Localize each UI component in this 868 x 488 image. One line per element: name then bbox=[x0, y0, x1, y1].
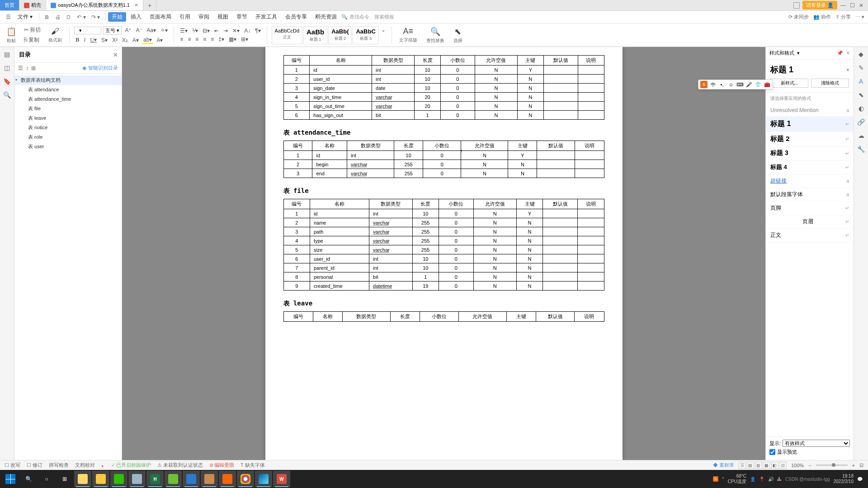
table-cell[interactable]: 255 bbox=[412, 227, 439, 236]
taskbar-app3[interactable] bbox=[201, 471, 218, 487]
table-cell[interactable] bbox=[537, 169, 575, 178]
edit-rail-icon[interactable]: ✎ bbox=[859, 64, 864, 71]
ime-toolbox-icon[interactable]: 🧰 bbox=[764, 81, 771, 88]
table-row[interactable]: 1idint100NY bbox=[283, 151, 604, 160]
tab-daoke[interactable]: 稻壳 bbox=[19, 0, 46, 10]
ime-smile-icon[interactable]: ☺ bbox=[727, 81, 735, 88]
tray-sogou-icon[interactable]: S bbox=[713, 476, 718, 482]
table-cell[interactable]: 3 bbox=[283, 84, 310, 93]
table-cell[interactable] bbox=[575, 160, 604, 169]
table-cell[interactable]: 4 bbox=[283, 236, 310, 245]
undo-icon[interactable]: ↶ ▾ bbox=[75, 13, 88, 21]
line-spacing-button[interactable]: ‡▾ bbox=[217, 36, 226, 43]
table-cell[interactable]: bit bbox=[369, 272, 412, 282]
new-tab-button[interactable]: + bbox=[143, 0, 156, 10]
table-cell[interactable]: sign_out_time bbox=[310, 102, 372, 111]
table-cell[interactable] bbox=[543, 218, 578, 227]
highlight-button[interactable]: ab▾ bbox=[142, 36, 153, 44]
table-cell[interactable]: 10 bbox=[394, 151, 423, 160]
table-row[interactable]: 1idint100NY bbox=[283, 209, 604, 218]
table-cell[interactable] bbox=[575, 151, 604, 160]
outline-collapse-icon[interactable]: ↕ bbox=[26, 65, 28, 71]
align-justify-button[interactable]: ≡ bbox=[202, 36, 208, 43]
table-cell[interactable]: Y bbox=[517, 66, 543, 75]
table-row[interactable]: 3pathvarchar2550NN bbox=[283, 227, 604, 236]
style-heading1[interactable]: AaBb标题 1 bbox=[303, 26, 327, 44]
style-h2[interactable]: 标题 2↵ bbox=[766, 132, 854, 146]
table-cell[interactable] bbox=[575, 169, 604, 178]
strikethrough-button[interactable]: S▾ bbox=[100, 37, 109, 44]
style-heading3[interactable]: AaBbC标题 3 bbox=[353, 26, 378, 44]
style-header[interactable]: 页眉↵ bbox=[766, 215, 854, 229]
tray-notifications-icon[interactable]: 💬 bbox=[857, 477, 863, 482]
collab-button[interactable]: 👥 协作 bbox=[813, 14, 831, 20]
ime-mic-icon[interactable]: 🎤 bbox=[745, 81, 753, 88]
table-cell[interactable]: 5 bbox=[283, 102, 310, 111]
table-cell[interactable]: 2 bbox=[283, 75, 310, 84]
tree-item-user[interactable]: 表 user bbox=[14, 142, 122, 151]
table-row[interactable]: 8personalbit10NN bbox=[283, 272, 604, 282]
table-cell[interactable]: 1 bbox=[283, 209, 310, 218]
table-cell[interactable]: 10 bbox=[412, 254, 439, 263]
styles-more-icon[interactable]: ⌄ bbox=[380, 26, 387, 44]
table-cell[interactable]: int bbox=[369, 209, 412, 218]
table-cell[interactable]: 0 bbox=[439, 218, 473, 227]
table-cell[interactable]: personal bbox=[310, 272, 369, 282]
style-body[interactable]: 正文↵ bbox=[766, 229, 854, 242]
font-color-button[interactable]: A▾ bbox=[131, 37, 140, 44]
table-cell[interactable]: 10 bbox=[412, 263, 439, 272]
table-cell[interactable]: 255 bbox=[412, 245, 439, 254]
fit-width-icon[interactable]: ⊡ bbox=[859, 462, 863, 468]
sogou-icon[interactable]: S bbox=[700, 81, 708, 88]
zoom-in-icon[interactable]: + bbox=[852, 463, 855, 468]
table-cell[interactable]: has_sign_out bbox=[310, 111, 372, 120]
table-cell[interactable] bbox=[537, 160, 575, 169]
table-cell[interactable]: varchar bbox=[347, 169, 394, 178]
status-cert[interactable]: ⚠ 未获取到认证状态 bbox=[157, 462, 203, 469]
tree-item-attendance[interactable]: 表 attendance bbox=[14, 85, 122, 94]
taskbar-image[interactable] bbox=[128, 471, 146, 487]
shading-button[interactable]: ▦▾ bbox=[227, 36, 238, 43]
table-row[interactable]: 2beginvarchar2550NN bbox=[283, 160, 604, 169]
table-cell[interactable]: 19 bbox=[412, 282, 439, 291]
clear-format-button[interactable]: 清除格式 bbox=[811, 79, 849, 88]
table-cell[interactable] bbox=[543, 245, 578, 254]
table-cell[interactable]: Y bbox=[508, 151, 537, 160]
table-row[interactable]: 9created_timedatetime190NN bbox=[283, 282, 604, 291]
table-cell[interactable]: 0 bbox=[440, 66, 475, 75]
table-cell[interactable]: 0 bbox=[423, 151, 461, 160]
table-row[interactable]: 3sign_datedate100NN bbox=[283, 84, 604, 93]
table-cell[interactable]: N bbox=[473, 254, 516, 263]
multilevel-button[interactable]: ⊟▾ bbox=[201, 27, 211, 34]
new-style-button[interactable]: 新样式... bbox=[770, 79, 808, 88]
select-icon[interactable]: ⬉ bbox=[454, 27, 461, 37]
tool-rail-icon[interactable]: 🔧 bbox=[857, 145, 865, 153]
status-accept[interactable]: ☐ 改写 bbox=[5, 462, 20, 469]
file-menu[interactable]: 文件 ▾ bbox=[14, 12, 36, 22]
style-h1[interactable]: 标题 1↵ bbox=[766, 117, 854, 132]
table-cell[interactable]: 6 bbox=[283, 111, 310, 120]
minimize-button[interactable]: — bbox=[840, 2, 846, 9]
table-row[interactable]: 3endvarchar2550NN bbox=[283, 169, 604, 178]
table-cell[interactable]: type bbox=[310, 236, 369, 245]
status-missing-font[interactable]: T 缺失字体 bbox=[241, 462, 265, 469]
table-cell[interactable] bbox=[543, 272, 578, 282]
more-menu-icon[interactable]: ⋯ ▾ bbox=[855, 14, 864, 20]
preview-checkbox[interactable] bbox=[769, 449, 775, 455]
table-cell[interactable] bbox=[578, 84, 604, 93]
tree-root[interactable]: 数据库表结构文档 bbox=[14, 75, 122, 85]
table-cell[interactable] bbox=[537, 151, 575, 160]
table-cell[interactable]: 9 bbox=[283, 282, 310, 291]
subscript-button[interactable]: X₂ bbox=[121, 37, 129, 44]
table-cell[interactable]: N bbox=[516, 236, 542, 245]
paste-icon[interactable]: 📋 bbox=[6, 27, 16, 37]
table-row[interactable]: 6has_sign_outbit10NN bbox=[283, 111, 604, 120]
taskbar-wechat[interactable] bbox=[110, 471, 127, 487]
table-cell[interactable] bbox=[578, 93, 604, 102]
maximize-button[interactable]: ☐ bbox=[849, 2, 855, 9]
table-cell[interactable]: N bbox=[517, 84, 543, 93]
outline-level-icon[interactable]: ⊞ bbox=[31, 65, 36, 71]
table-cell[interactable] bbox=[543, 93, 578, 102]
table-cell[interactable]: N bbox=[517, 111, 543, 120]
app-switcher-icon[interactable] bbox=[793, 2, 800, 9]
